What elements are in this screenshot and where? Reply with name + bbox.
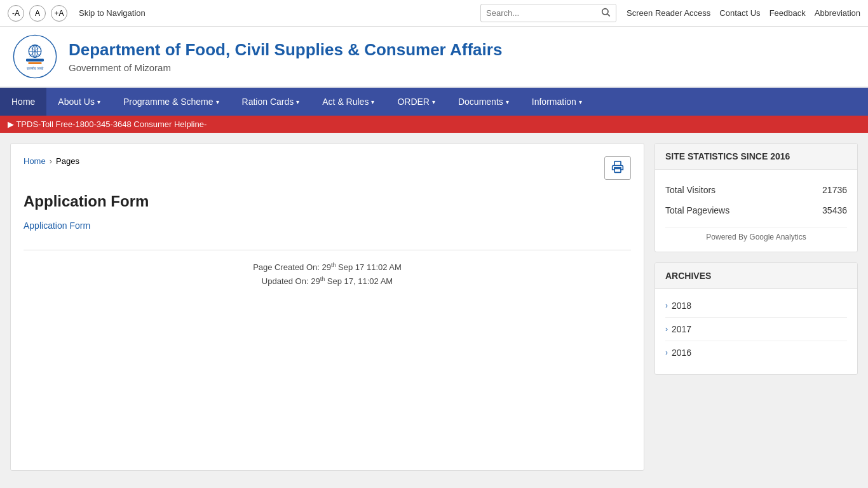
svg-rect-9 — [26, 59, 44, 62]
content-area: Home › Pages Application Form Applicatio… — [10, 143, 644, 471]
nav-programme-arrow: ▾ — [216, 98, 219, 105]
nav-information-arrow: ▾ — [579, 98, 582, 105]
sidebar: SITE STATISTICS SINCE 2016 Total Visitor… — [654, 143, 858, 471]
powered-by: Powered By Google Analytics — [665, 227, 847, 241]
total-pageviews-value: 35436 — [822, 205, 847, 215]
screen-reader-access-link[interactable]: Screen Reader Access — [627, 8, 710, 18]
nav-order-arrow: ▾ — [432, 98, 435, 105]
total-visitors-row: Total Visitors 21736 — [665, 180, 847, 200]
site-statistics-body: Total Visitors 21736 Total Pageviews 354… — [655, 170, 857, 252]
page-meta: Page Created On: 29th Sep 17 11:02 AM Up… — [24, 250, 631, 289]
total-pageviews-row: Total Pageviews 35436 — [665, 200, 847, 220]
nav-about[interactable]: About Us ▾ — [46, 88, 112, 116]
svg-rect-12 — [614, 161, 621, 166]
total-pageviews-label: Total Pageviews — [665, 205, 729, 215]
archive-item-2016[interactable]: › 2016 — [665, 341, 847, 364]
archive-label-2017: 2017 — [672, 324, 691, 334]
top-bar-left: -A A +A Skip to Navigation — [8, 5, 146, 22]
application-form-link[interactable]: Application Form — [24, 220, 90, 231]
contact-us-link[interactable]: Contact Us — [719, 8, 760, 18]
top-bar-right: Screen Reader Access Contact Us Feedback… — [480, 4, 860, 22]
site-logo: सत्यमेव जयते — [13, 34, 57, 79]
nav-documents-arrow: ▾ — [506, 98, 509, 105]
svg-rect-10 — [29, 62, 42, 64]
archive-arrow-2018: › — [665, 301, 668, 310]
page-updated: Updated On: 29th Sep 17, 11:02 AM — [24, 274, 631, 288]
skip-navigation-link[interactable]: Skip to Navigation — [79, 8, 146, 18]
archive-label-2018: 2018 — [672, 301, 691, 311]
top-bar: -A A +A Skip to Navigation Screen Reader… — [0, 0, 868, 27]
nav-documents[interactable]: Documents ▾ — [447, 88, 520, 116]
search-input[interactable] — [481, 6, 595, 20]
search-button[interactable] — [595, 4, 616, 22]
news-ticker: ▶ TPDS-Toll Free-1800-345-3648 Consumer … — [0, 116, 868, 133]
breadcrumb: Home › Pages — [24, 156, 79, 166]
font-increase-button[interactable]: +A — [51, 5, 67, 22]
nav-act-arrow: ▾ — [371, 98, 374, 105]
site-title: Department of Food, Civil Supplies & Con… — [69, 40, 502, 60]
site-subtitle: Government of Mizoram — [69, 62, 502, 73]
nav-about-arrow: ▾ — [97, 98, 100, 105]
svg-line-1 — [607, 14, 610, 17]
archives-box: ARCHIVES › 2018 › 2017 › 2016 — [654, 262, 858, 375]
archive-arrow-2016: › — [665, 348, 668, 357]
main-navbar: Home About Us ▾ Programme & Scheme ▾ Rat… — [0, 88, 868, 116]
nav-home[interactable]: Home — [0, 88, 46, 116]
nav-ration-arrow: ▾ — [296, 98, 299, 105]
breadcrumb-current: Pages — [56, 156, 79, 166]
archives-list: › 2018 › 2017 › 2016 — [655, 289, 857, 374]
font-decrease-button[interactable]: -A — [8, 5, 24, 22]
breadcrumb-home[interactable]: Home — [24, 156, 46, 166]
nav-order[interactable]: ORDER ▾ — [386, 88, 447, 116]
archive-item-2018[interactable]: › 2018 — [665, 294, 847, 318]
main-wrapper: Home › Pages Application Form Applicatio… — [0, 133, 868, 481]
site-header: सत्यमेव जयते Department of Food, Civil S… — [0, 27, 868, 88]
print-button[interactable] — [604, 156, 631, 180]
header-text: Department of Food, Civil Supplies & Con… — [69, 40, 502, 73]
svg-rect-13 — [614, 169, 621, 173]
archive-item-2017[interactable]: › 2017 — [665, 318, 847, 341]
top-links: Screen Reader Access Contact Us Feedback… — [627, 8, 860, 18]
breadcrumb-row: Home › Pages — [24, 156, 631, 180]
nav-act[interactable]: Act & Rules ▾ — [311, 88, 386, 116]
archives-title: ARCHIVES — [655, 263, 857, 289]
breadcrumb-separator: › — [50, 156, 52, 166]
site-statistics-title: SITE STATISTICS SINCE 2016 — [655, 144, 857, 170]
feedback-link[interactable]: Feedback — [770, 8, 806, 18]
total-visitors-label: Total Visitors — [665, 185, 715, 195]
nav-programme[interactable]: Programme & Scheme ▾ — [112, 88, 231, 116]
archive-label-2016: 2016 — [672, 348, 691, 358]
svg-text:सत्यमेव जयते: सत्यमेव जयते — [26, 66, 44, 71]
archive-arrow-2017: › — [665, 325, 668, 334]
abbreviation-link[interactable]: Abbreviation — [815, 8, 860, 18]
search-box — [480, 4, 616, 22]
page-created: Page Created On: 29th Sep 17 11:02 AM — [24, 261, 631, 274]
nav-information[interactable]: Information ▾ — [520, 88, 593, 116]
svg-point-0 — [602, 9, 608, 15]
page-title: Application Form — [24, 193, 631, 210]
total-visitors-value: 21736 — [822, 185, 847, 195]
font-reset-button[interactable]: A — [29, 5, 46, 22]
nav-ration[interactable]: Ration Cards ▾ — [231, 88, 311, 116]
site-statistics-box: SITE STATISTICS SINCE 2016 Total Visitor… — [654, 143, 858, 252]
